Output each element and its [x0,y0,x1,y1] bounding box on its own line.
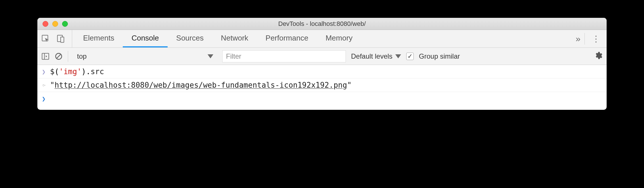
tab-label: Sources [176,34,204,43]
tabstrip-right: » ⋮ [576,30,607,47]
tab-network[interactable]: Network [212,30,257,47]
output-arrow-icon: ➪ [40,82,47,89]
token-property: src [91,67,104,76]
tab-label: Elements [83,34,114,43]
divider [584,33,585,45]
execution-context-selector[interactable]: top [73,50,217,62]
output-url[interactable]: http://localhost:8080/web/images/web-fun… [55,81,347,89]
svg-rect-2 [61,37,64,42]
panel-tabstrip: Elements Console Sources Network Perform… [37,30,607,48]
prompt-icon: ❯ [40,95,47,102]
close-window-button[interactable] [43,21,48,27]
settings-menu-icon[interactable]: ⋮ [591,34,601,44]
group-similar-checkbox[interactable] [406,53,414,60]
chevron-down-icon [208,54,213,58]
panel-tabs: Elements Console Sources Network Perform… [74,30,361,47]
filter-input[interactable] [222,50,346,62]
console-settings-icon[interactable] [594,51,603,62]
quote: " [347,81,352,89]
token-string: 'img' [59,67,81,76]
minimize-window-button[interactable] [52,21,58,27]
window-title: DevTools - localhost:8080/web/ [37,20,607,28]
tab-memory[interactable]: Memory [317,30,361,47]
tab-label: Console [131,34,159,43]
token-paren: ) [82,67,86,76]
inspect-element-icon[interactable] [41,34,50,43]
show-console-sidebar-icon[interactable] [41,52,49,60]
token-dot: . [86,67,91,76]
context-label: top [77,52,87,60]
device-toolbar-icon[interactable] [56,34,65,43]
console-prompt-input[interactable] [50,94,556,103]
console-output-row: ➪ "http://localhost:8080/web/images/web-… [37,78,607,92]
titlebar: DevTools - localhost:8080/web/ [37,18,607,30]
more-tabs-icon[interactable]: » [576,34,579,44]
console-input-row: ❯ $('img').src [37,65,607,78]
tab-label: Memory [325,34,352,43]
levels-label: Default levels [351,52,392,60]
console-output-value: "http://localhost:8080/web/images/web-fu… [50,81,352,89]
clear-console-icon[interactable] [55,52,63,60]
console-input-code: $('img').src [50,67,104,76]
token-paren: ( [55,67,59,76]
tab-label: Performance [266,34,308,43]
divider [68,51,68,62]
zoom-window-button[interactable] [62,21,68,27]
tab-performance[interactable]: Performance [257,30,317,47]
toolbar-left-icons [41,30,72,47]
input-prompt-icon: ❯ [40,68,47,75]
tab-console[interactable]: Console [123,30,167,47]
console-body: ❯ $('img').src ➪ "http://localhost:8080/… [37,65,607,110]
chevron-down-icon [395,54,401,58]
console-prompt-row[interactable]: ❯ [37,92,607,110]
group-similar-label[interactable]: Group similar [419,52,460,60]
token-function: $ [50,67,55,76]
console-toolbar: top Default levels Group similar [37,48,607,65]
traffic-lights [37,21,68,27]
svg-line-6 [57,54,61,58]
svg-rect-3 [42,53,49,59]
tab-elements[interactable]: Elements [74,30,123,47]
quote: " [50,81,55,89]
tab-label: Network [221,34,248,43]
tab-sources[interactable]: Sources [168,30,212,47]
devtools-window: DevTools - localhost:8080/web/ Elements … [37,18,607,110]
log-levels-selector[interactable]: Default levels [351,52,401,60]
